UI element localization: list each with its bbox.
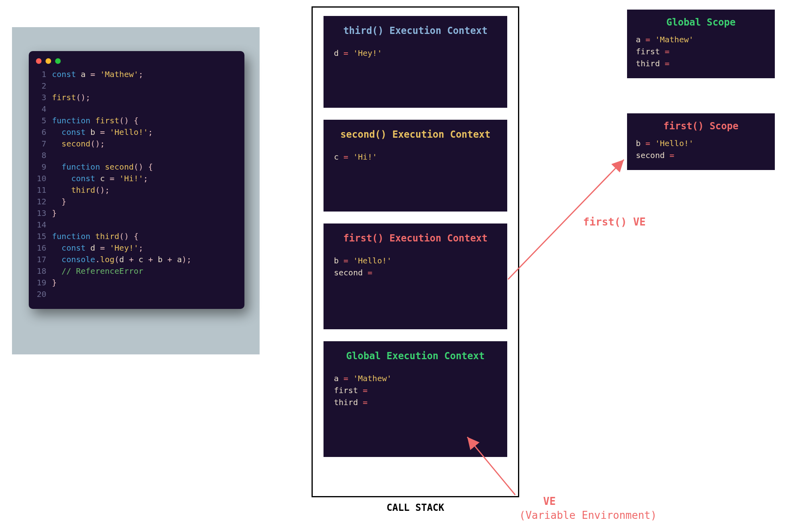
code-line: function first() { [52,115,237,127]
code-line [52,219,237,231]
variable-entry: a = 'Mathew' [636,34,766,45]
code-line-number: 8 [36,150,52,161]
execution-context-title: third() Execution Context [334,25,497,37]
code-line-number: 10 [36,173,52,184]
variable-entry: second = [334,267,497,279]
code-line-number: 6 [36,127,52,138]
variable-entry: third = [636,57,766,69]
code-line-number: 19 [36,277,52,289]
code-line [52,289,237,300]
code-line: second(); [52,138,237,150]
code-line: function third() { [52,231,237,242]
code-line: console.log(d + c + b + a); [52,254,237,265]
code-editor-window: 1const a = 'Mathew';2 3first();4 5functi… [29,51,244,309]
code-line [52,150,237,161]
code-line-number: 12 [36,196,52,208]
variable-entry: d = 'Hey!' [334,47,497,59]
code-line-number: 18 [36,265,52,277]
code-line: third(); [52,184,237,196]
svg-line-0 [508,160,624,279]
code-line-number: 15 [36,231,52,242]
execution-context-first: first() Execution Contextb = 'Hello!'sec… [324,223,507,329]
window-titlebar [36,57,237,69]
code-line-number: 4 [36,103,52,115]
code-line-number: 3 [36,92,52,103]
scope-global: Global Scopea = 'Mathew'first = third = [627,10,775,78]
variable-entry: c = 'Hi!' [334,151,497,163]
annotation-first-ve: first() VE [583,216,646,228]
variable-entry: b = 'Hello!' [334,255,497,267]
code-line-number: 9 [36,161,52,173]
code-line: const d = 'Hey!'; [52,242,237,254]
code-line-number: 17 [36,254,52,265]
code-line-number: 13 [36,208,52,219]
execution-context-title: Global Execution Context [334,350,497,362]
code-line-number: 11 [36,184,52,196]
execution-context-third: third() Execution Contextd = 'Hey!' [324,16,507,108]
annotation-ve-label-1: VE [543,495,556,507]
scope-title: Global Scope [636,17,766,28]
window-close-icon [36,58,42,64]
variable-entry: second = [636,149,766,161]
scope-first: first() Scopeb = 'Hello!'second = [627,113,775,170]
code-block: 1const a = 'Mathew';2 3first();4 5functi… [36,69,237,300]
code-line [52,80,237,92]
variable-entry: first = [334,384,497,396]
variable-entry: first = [636,45,766,57]
code-line-number: 16 [36,242,52,254]
code-line: const b = 'Hello!'; [52,127,237,138]
code-line [52,103,237,115]
execution-context-second: second() Execution Contextc = 'Hi!' [324,120,507,212]
code-line: const c = 'Hi!'; [52,173,237,184]
execution-context-title: second() Execution Context [334,129,497,140]
variable-entry: b = 'Hello!' [636,137,766,149]
annotation-ve-label-2: (Variable Environment) [519,509,657,521]
code-line: function second() { [52,161,237,173]
code-line: } [52,277,237,289]
execution-context-global: Global Execution Contexta = 'Mathew'firs… [324,341,507,457]
code-line-number: 7 [36,138,52,150]
code-line-number: 14 [36,219,52,231]
code-line: const a = 'Mathew'; [52,69,237,80]
code-line: first(); [52,92,237,103]
window-minimize-icon [46,58,51,64]
window-zoom-icon [55,58,61,64]
scope-title: first() Scope [636,121,766,132]
code-line: // ReferenceError [52,265,237,277]
variable-entry: a = 'Mathew' [334,372,497,384]
execution-context-title: first() Execution Context [334,232,497,244]
call-stack-label: CALL STACK [312,502,519,513]
code-line: } [52,208,237,219]
code-line-number: 2 [36,80,52,92]
code-line-number: 5 [36,115,52,127]
variable-entry: third = [334,396,497,408]
code-line: } [52,196,237,208]
code-line-number: 1 [36,69,52,80]
code-line-number: 20 [36,289,52,300]
